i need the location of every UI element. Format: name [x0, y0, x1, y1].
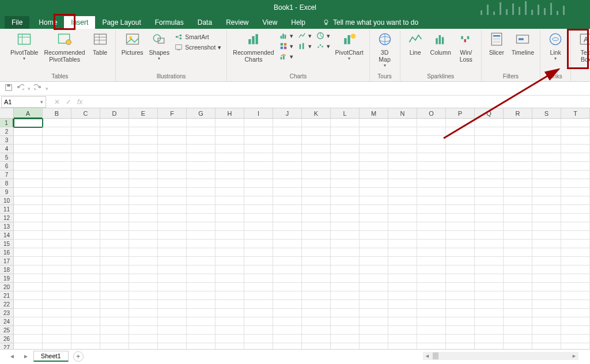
cell-C26[interactable] — [71, 335, 100, 343]
cell-E2[interactable] — [129, 127, 158, 136]
cell-S16[interactable] — [532, 248, 561, 257]
cell-D25[interactable] — [100, 326, 129, 335]
cell-L14[interactable] — [331, 231, 360, 240]
cell-M8[interactable] — [360, 179, 388, 188]
cell-J26[interactable] — [273, 335, 302, 343]
cell-R6[interactable] — [504, 162, 532, 170]
cell-L19[interactable] — [331, 274, 360, 283]
cell-F5[interactable] — [158, 153, 187, 162]
cell-E10[interactable] — [129, 196, 158, 205]
cell-D18[interactable] — [100, 266, 129, 274]
cell-F1[interactable] — [158, 119, 187, 127]
row-header-18[interactable]: 18 — [0, 266, 14, 274]
cell-C13[interactable] — [71, 222, 100, 231]
row-header-19[interactable]: 19 — [0, 274, 14, 283]
cell-I17[interactable] — [244, 257, 273, 266]
cell-L6[interactable] — [331, 162, 360, 170]
cell-J14[interactable] — [273, 231, 302, 240]
column-header-N[interactable]: N — [388, 108, 417, 119]
cell-I19[interactable] — [244, 274, 273, 283]
row-header-13[interactable]: 13 — [0, 222, 14, 231]
cell-F25[interactable] — [158, 326, 187, 335]
cell-B11[interactable] — [43, 205, 71, 214]
cell-T5[interactable] — [561, 153, 590, 162]
cell-M12[interactable] — [360, 214, 388, 222]
cell-I1[interactable] — [244, 119, 273, 127]
cell-R1[interactable] — [504, 119, 532, 127]
cell-G9[interactable] — [187, 188, 215, 196]
cell-M24[interactable] — [360, 317, 388, 326]
pie-chart-button[interactable]: ▾ — [315, 31, 332, 40]
cell-J24[interactable] — [273, 317, 302, 326]
row-header-21[interactable]: 21 — [0, 291, 14, 300]
cell-H17[interactable] — [215, 257, 244, 266]
cell-N10[interactable] — [388, 196, 417, 205]
cell-B19[interactable] — [43, 274, 71, 283]
cell-N6[interactable] — [388, 162, 417, 170]
cell-N2[interactable] — [388, 127, 417, 136]
cell-L23[interactable] — [331, 309, 360, 317]
cell-I11[interactable] — [244, 205, 273, 214]
cell-L9[interactable] — [331, 188, 360, 196]
cell-O16[interactable] — [417, 248, 446, 257]
cell-Q16[interactable] — [475, 248, 504, 257]
cell-K12[interactable] — [302, 214, 331, 222]
cell-P14[interactable] — [446, 231, 475, 240]
row-header-8[interactable]: 8 — [0, 179, 14, 188]
cell-K6[interactable] — [302, 162, 331, 170]
cell-A22[interactable] — [14, 300, 43, 309]
cell-H20[interactable] — [215, 283, 244, 291]
cell-E5[interactable] — [129, 153, 158, 162]
tab-review[interactable]: Review — [219, 16, 255, 29]
cell-N19[interactable] — [388, 274, 417, 283]
cell-H21[interactable] — [215, 291, 244, 300]
cell-D22[interactable] — [100, 300, 129, 309]
cell-R18[interactable] — [504, 266, 532, 274]
cell-L8[interactable] — [331, 179, 360, 188]
cell-O24[interactable] — [417, 317, 446, 326]
cell-J4[interactable] — [273, 145, 302, 153]
cell-N13[interactable] — [388, 222, 417, 231]
cell-D10[interactable] — [100, 196, 129, 205]
cell-O12[interactable] — [417, 214, 446, 222]
cell-B22[interactable] — [43, 300, 71, 309]
cell-A26[interactable] — [14, 335, 43, 343]
cell-E11[interactable] — [129, 205, 158, 214]
cell-I12[interactable] — [244, 214, 273, 222]
cell-J21[interactable] — [273, 291, 302, 300]
cell-O2[interactable] — [417, 127, 446, 136]
cell-E14[interactable] — [129, 231, 158, 240]
cell-Q6[interactable] — [475, 162, 504, 170]
enter-formula-button[interactable]: ✓ — [66, 98, 71, 106]
cell-M17[interactable] — [360, 257, 388, 266]
cell-A2[interactable] — [14, 127, 43, 136]
row-header-27[interactable]: 27 — [0, 343, 14, 349]
cell-E9[interactable] — [129, 188, 158, 196]
cell-E18[interactable] — [129, 266, 158, 274]
cell-B4[interactable] — [43, 145, 71, 153]
cell-D15[interactable] — [100, 240, 129, 248]
cell-P6[interactable] — [446, 162, 475, 170]
cell-B24[interactable] — [43, 317, 71, 326]
cell-L20[interactable] — [331, 283, 360, 291]
cell-K14[interactable] — [302, 231, 331, 240]
cell-T2[interactable] — [561, 127, 590, 136]
cell-M3[interactable] — [360, 136, 388, 145]
row-header-9[interactable]: 9 — [0, 188, 14, 196]
tab-formulas[interactable]: Formulas — [148, 16, 191, 29]
sheet-nav-next[interactable]: ► — [20, 353, 32, 359]
cell-L21[interactable] — [331, 291, 360, 300]
cell-R8[interactable] — [504, 179, 532, 188]
cell-F23[interactable] — [158, 309, 187, 317]
row-header-1[interactable]: 1 — [0, 119, 14, 127]
cell-Q10[interactable] — [475, 196, 504, 205]
cell-G2[interactable] — [187, 127, 215, 136]
cell-R25[interactable] — [504, 326, 532, 335]
cell-Q27[interactable] — [475, 343, 504, 349]
cell-L13[interactable] — [331, 222, 360, 231]
cell-L2[interactable] — [331, 127, 360, 136]
cell-S6[interactable] — [532, 162, 561, 170]
cell-A19[interactable] — [14, 274, 43, 283]
column-header-S[interactable]: S — [532, 108, 561, 119]
cell-E26[interactable] — [129, 335, 158, 343]
